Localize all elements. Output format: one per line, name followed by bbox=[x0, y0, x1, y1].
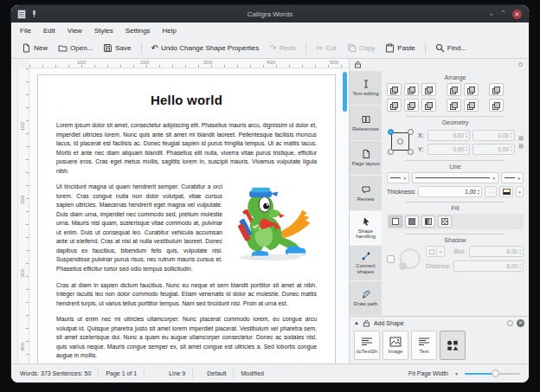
shadow-blur-input[interactable]: 8,00▴▾ bbox=[469, 246, 524, 257]
align-top-button[interactable] bbox=[404, 99, 419, 112]
align-vcenter-button[interactable] bbox=[447, 99, 461, 112]
menu-help[interactable]: Help bbox=[163, 27, 177, 35]
paragraph[interactable]: Cras at diam in sapien dictum faucibus. … bbox=[56, 281, 317, 309]
keep-ratio-icon[interactable]: ⛓ bbox=[518, 144, 524, 149]
style-indicator[interactable]: Default bbox=[207, 370, 226, 376]
line-color-dropdown[interactable]: ▾ bbox=[516, 186, 524, 197]
menu-view[interactable]: View bbox=[68, 27, 82, 35]
maximize-icon[interactable]: ⌃ bbox=[500, 10, 506, 17]
align-hcenter-button[interactable] bbox=[464, 83, 479, 96]
chevron-down-icon[interactable]: ▾ bbox=[455, 370, 458, 376]
pin-icon[interactable] bbox=[30, 10, 37, 17]
paragraph[interactable]: Mauris ut enim nec mi ultricies ullamcor… bbox=[56, 315, 317, 361]
fill-none-icon bbox=[392, 218, 399, 225]
thickness-input[interactable]: 1,00▴▾ bbox=[418, 186, 482, 197]
width-input[interactable]: 0,00▴▾ bbox=[472, 130, 515, 141]
keep-ratio-icon[interactable]: ⛓ bbox=[518, 136, 524, 141]
group-shapes-button[interactable] bbox=[489, 83, 504, 96]
height-input[interactable]: 0,00▴▾ bbox=[472, 144, 515, 155]
close-docker-icon[interactable]: ✕ bbox=[517, 319, 524, 327]
line-color-button[interactable] bbox=[499, 186, 513, 197]
tab-draw-path[interactable]: Draw path bbox=[350, 281, 382, 315]
line-options-button[interactable]: ... bbox=[485, 186, 497, 197]
save-button[interactable]: Save bbox=[100, 42, 134, 55]
lower-shape-button[interactable] bbox=[421, 83, 436, 96]
image-shape-button[interactable]: Image bbox=[382, 331, 408, 360]
anchor-bottom-right[interactable] bbox=[408, 149, 414, 155]
zoom-mode-select[interactable]: Fit Page Width bbox=[408, 370, 448, 376]
menu-edit[interactable]: Edit bbox=[43, 27, 55, 35]
cut-button[interactable]: ✂ Cut bbox=[312, 42, 340, 55]
paste-button[interactable]: Paste bbox=[382, 42, 418, 55]
menu-styles[interactable]: Styles bbox=[94, 27, 113, 35]
zoom-slider-knob[interactable] bbox=[492, 370, 499, 377]
add-shape-docker: ▲ Add Shape ✕ ticTextSh Image bbox=[350, 316, 529, 363]
page-indicator[interactable]: Page 1 of 1 bbox=[106, 370, 137, 376]
raise-shape-button[interactable] bbox=[404, 83, 419, 96]
find-button[interactable]: Find... bbox=[432, 42, 470, 55]
close-icon[interactable]: ✕ bbox=[512, 10, 522, 19]
collapse-docker-icon[interactable]: ▲ bbox=[354, 320, 359, 325]
tab-shape-handling[interactable]: Shape handling bbox=[350, 211, 382, 245]
paragraph[interactable]: Ut tincidunt magna ut quam hendrerit sem… bbox=[56, 183, 317, 273]
paragraph[interactable]: Lorem ipsum dolor sit amet, consectetur … bbox=[56, 121, 317, 176]
float-docker-icon[interactable] bbox=[507, 320, 513, 326]
titlebar[interactable]: Calligra Words ⌄ ⌃ ✕ bbox=[11, 5, 529, 22]
static-text-shape-button[interactable]: ticTextSh bbox=[354, 331, 380, 360]
statusbar: Words: 373 Sentences: 50 Page 1 of 1 Lin… bbox=[11, 363, 529, 382]
tab-page-layout[interactable]: Page layout bbox=[350, 141, 382, 175]
konqi-mascot-image[interactable] bbox=[228, 184, 317, 264]
distribute-button[interactable] bbox=[464, 99, 479, 112]
zoom-slider[interactable] bbox=[465, 370, 520, 377]
menu-settings[interactable]: Settings bbox=[125, 27, 151, 35]
open-button[interactable]: Open... bbox=[55, 42, 96, 55]
shadow-angle-dial[interactable] bbox=[400, 248, 421, 269]
y-position-input[interactable]: 0,00▴▾ bbox=[428, 144, 470, 155]
shadow-enable-checkbox[interactable] bbox=[387, 255, 395, 263]
tab-references[interactable]: References bbox=[350, 106, 382, 139]
shape-collection-button[interactable] bbox=[440, 331, 466, 360]
ungroup-shapes-button[interactable] bbox=[489, 99, 504, 112]
anchor-bottom-left[interactable] bbox=[388, 149, 394, 155]
align-left-button[interactable] bbox=[447, 83, 461, 96]
send-to-back-button[interactable] bbox=[387, 99, 402, 112]
docker-lock-icon[interactable] bbox=[363, 319, 370, 327]
section-divider bbox=[406, 116, 505, 117]
document-scrollbar[interactable] bbox=[343, 72, 347, 360]
tab-review[interactable]: Review bbox=[350, 176, 382, 209]
document-heading[interactable]: Hello world bbox=[56, 93, 317, 107]
anchor-top-right[interactable] bbox=[408, 129, 414, 135]
redo-button[interactable]: ↷ Redo bbox=[266, 42, 299, 55]
document-canvas[interactable]: Hello world Lorem ipsum dolor sit amet, … bbox=[29, 68, 349, 363]
word-count[interactable]: Words: 373 Sentences: 50 bbox=[20, 370, 91, 376]
tab-text-editing[interactable]: Text editing bbox=[350, 71, 382, 105]
line-style-select[interactable]: ▾ bbox=[412, 172, 498, 183]
tab-connect-shapes[interactable]: Connect shapes bbox=[350, 246, 382, 280]
copy-button[interactable]: Copy bbox=[344, 42, 379, 55]
float-panel-icon[interactable] bbox=[517, 61, 524, 68]
anchor-center[interactable] bbox=[397, 138, 403, 145]
align-bottom-button[interactable] bbox=[421, 99, 436, 112]
horizontal-ruler[interactable]: 100 200 300 400 500 bbox=[29, 59, 349, 68]
scrollbar-thumb[interactable] bbox=[343, 72, 347, 112]
anchor-position-widget[interactable] bbox=[387, 128, 415, 156]
undo-button[interactable]: ↶ Undo Change Shape Properties bbox=[148, 42, 263, 55]
menu-file[interactable]: File bbox=[20, 27, 31, 35]
anchor-top-left[interactable] bbox=[388, 129, 394, 135]
vertical-ruler[interactable]: 100 200 300 400 bbox=[18, 68, 29, 363]
fill-none-button[interactable] bbox=[389, 215, 402, 228]
minimize-icon[interactable]: ⌄ bbox=[489, 10, 495, 17]
fill-solid-button[interactable] bbox=[405, 215, 419, 228]
line-end-marker-select[interactable]: ▾ bbox=[501, 172, 524, 183]
fill-gradient-button[interactable] bbox=[421, 215, 435, 228]
shadow-color-select[interactable]: ▾ bbox=[426, 246, 451, 257]
bring-to-front-button[interactable] bbox=[387, 83, 402, 96]
fill-pattern-button[interactable] bbox=[438, 215, 452, 228]
x-position-input[interactable]: 0,00▴▾ bbox=[428, 130, 470, 141]
lock-icon[interactable] bbox=[354, 61, 362, 68]
text-shape-button[interactable]: Text bbox=[411, 331, 437, 360]
document-page[interactable]: Hello world Lorem ipsum dolor sit amet, … bbox=[37, 74, 336, 363]
line-start-marker-select[interactable]: ▾ bbox=[387, 172, 409, 183]
shadow-distance-input[interactable]: 8,00▴▾ bbox=[453, 260, 524, 272]
new-button[interactable]: New bbox=[18, 42, 51, 55]
